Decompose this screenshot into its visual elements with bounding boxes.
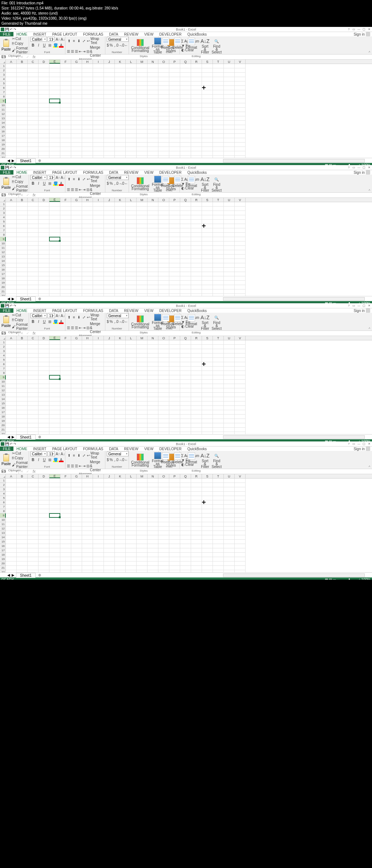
cell[interactable] xyxy=(180,147,191,151)
cell[interactable] xyxy=(235,95,246,99)
cell[interactable] xyxy=(169,384,180,388)
prev-sheet-button[interactable]: ◀ xyxy=(7,159,10,163)
cell[interactable] xyxy=(82,384,93,388)
cell[interactable] xyxy=(180,406,191,410)
cell[interactable] xyxy=(235,505,246,509)
cell[interactable] xyxy=(115,553,126,557)
cell[interactable] xyxy=(202,241,213,246)
cell[interactable] xyxy=(104,215,115,220)
cell[interactable] xyxy=(93,513,104,518)
cell[interactable] xyxy=(39,371,49,375)
cell[interactable] xyxy=(169,73,180,77)
cell[interactable] xyxy=(39,505,49,509)
column-header[interactable]: N xyxy=(147,474,158,478)
cell[interactable] xyxy=(49,380,60,384)
cell[interactable] xyxy=(126,81,137,86)
cell[interactable] xyxy=(147,224,158,228)
close-button[interactable]: ✕ xyxy=(367,28,371,31)
cell[interactable] xyxy=(169,535,180,540)
cell[interactable] xyxy=(202,224,213,228)
horizontal-scrollbar[interactable] xyxy=(223,159,365,163)
cell[interactable] xyxy=(191,151,202,156)
cell[interactable] xyxy=(191,522,202,527)
cell[interactable] xyxy=(28,479,39,483)
cell[interactable] xyxy=(235,367,246,371)
cell[interactable] xyxy=(49,340,60,345)
cell[interactable] xyxy=(169,276,180,281)
cell[interactable] xyxy=(6,388,17,393)
bold-button[interactable]: B xyxy=(31,181,36,186)
ribbon-options-button[interactable]: ▭ xyxy=(352,442,356,446)
cell[interactable] xyxy=(169,557,180,561)
cell[interactable] xyxy=(169,500,180,505)
cell[interactable] xyxy=(137,241,147,246)
cells-area[interactable] xyxy=(6,340,372,434)
row-header[interactable]: 9 xyxy=(0,237,6,241)
cell[interactable] xyxy=(28,509,39,513)
cell[interactable] xyxy=(213,143,224,147)
cell[interactable] xyxy=(137,259,147,263)
cell[interactable] xyxy=(28,371,39,375)
cell[interactable] xyxy=(147,289,158,294)
column-header[interactable]: K xyxy=(115,474,126,478)
cell[interactable] xyxy=(104,143,115,147)
cell[interactable] xyxy=(17,393,28,397)
cell[interactable] xyxy=(49,353,60,358)
cell[interactable] xyxy=(213,215,224,220)
row-header[interactable]: 1 xyxy=(0,340,6,345)
cell[interactable] xyxy=(49,540,60,544)
decrease-font-button[interactable]: A↓ xyxy=(61,37,65,42)
cell[interactable] xyxy=(191,358,202,362)
cell[interactable] xyxy=(28,268,39,272)
cell[interactable] xyxy=(147,134,158,138)
column-header[interactable]: S xyxy=(202,336,213,340)
cell[interactable] xyxy=(137,371,147,375)
cell[interactable] xyxy=(60,64,71,68)
cell[interactable] xyxy=(191,255,202,259)
cell[interactable] xyxy=(147,129,158,134)
cell[interactable] xyxy=(158,86,169,90)
cell[interactable] xyxy=(169,77,180,81)
bold-button[interactable]: B xyxy=(31,43,36,48)
select-all-button[interactable] xyxy=(0,336,6,340)
cell[interactable] xyxy=(39,86,49,90)
cell[interactable] xyxy=(213,340,224,345)
row-header[interactable]: 11 xyxy=(0,108,6,112)
cell[interactable] xyxy=(191,553,202,557)
cell[interactable] xyxy=(224,406,235,410)
page-layout-tab[interactable]: PAGE LAYOUT xyxy=(49,32,80,36)
cell[interactable] xyxy=(115,535,126,540)
cell[interactable] xyxy=(104,513,115,518)
cell[interactable] xyxy=(104,77,115,81)
column-header[interactable]: R xyxy=(191,60,202,64)
cell[interactable] xyxy=(169,509,180,513)
cell[interactable] xyxy=(202,349,213,353)
cell[interactable] xyxy=(60,362,71,367)
cell[interactable] xyxy=(191,419,202,423)
cell[interactable] xyxy=(17,548,28,553)
font-name-selector[interactable]: Calibri xyxy=(31,175,47,180)
cell[interactable] xyxy=(82,116,93,121)
cell[interactable] xyxy=(39,237,49,241)
cell[interactable] xyxy=(126,77,137,81)
cell[interactable] xyxy=(191,349,202,353)
align-center-button[interactable]: ☰ xyxy=(71,49,74,54)
cell[interactable] xyxy=(104,73,115,77)
cell[interactable] xyxy=(93,375,104,380)
cell[interactable] xyxy=(6,419,17,423)
cell[interactable] xyxy=(191,518,202,522)
increase-font-button[interactable]: A↑ xyxy=(56,313,60,318)
cell[interactable] xyxy=(202,367,213,371)
cell[interactable] xyxy=(82,125,93,129)
cell[interactable] xyxy=(60,367,71,371)
cell[interactable] xyxy=(137,349,147,353)
page-layout-tab[interactable]: PAGE LAYOUT xyxy=(49,308,80,313)
cell[interactable] xyxy=(93,250,104,255)
cell[interactable] xyxy=(158,121,169,125)
cell[interactable] xyxy=(39,99,49,103)
cell[interactable] xyxy=(126,281,137,285)
cell[interactable] xyxy=(213,151,224,156)
cell[interactable] xyxy=(49,108,60,112)
cell[interactable] xyxy=(180,487,191,492)
cell[interactable] xyxy=(104,250,115,255)
